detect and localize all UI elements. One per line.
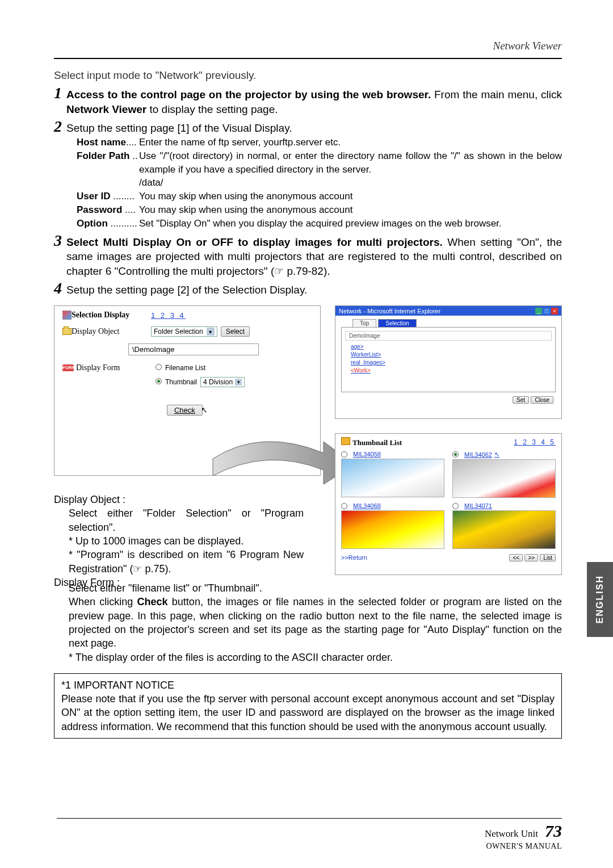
pass-desc: You may skip when using the anonymous ac… xyxy=(139,203,562,217)
thumb-radio[interactable] xyxy=(341,503,347,509)
notice-body: Please note that if you use the ftp serv… xyxy=(61,692,555,733)
list-button[interactable]: List xyxy=(540,554,556,561)
step-3-num: 3 xyxy=(54,233,66,249)
thumb-image xyxy=(452,459,556,498)
step-1: 1 Access to the control page on the proj… xyxy=(54,85,562,116)
thumb-radio[interactable] xyxy=(452,503,459,509)
after-figures-text: Select either "filename list" or "Thumbn… xyxy=(54,581,562,664)
display-form-label: Display Form xyxy=(76,363,156,372)
thumb-cell[interactable]: MIL34068 xyxy=(341,502,444,549)
filename-list-radio[interactable]: Filename List xyxy=(156,364,205,372)
thumb-image xyxy=(341,510,444,549)
thumbnail-radio[interactable]: Thumbnail xyxy=(156,378,197,386)
step-1-num: 1 xyxy=(54,85,66,101)
thumbnail-icon xyxy=(341,437,350,445)
set-button[interactable]: Set xyxy=(513,396,529,404)
thumb-cell[interactable]: MIL34071 xyxy=(452,502,556,549)
division-value: 4 Division xyxy=(203,378,233,386)
cursor-icon: ↖ xyxy=(494,451,499,458)
opt-label: Option xyxy=(77,218,108,229)
thumb-cell[interactable]: MIL34058 xyxy=(341,451,444,498)
step-1-bold2: Network Viewer xyxy=(66,103,146,115)
division-dropdown[interactable]: 4 Division ▾ xyxy=(200,377,245,387)
ascii-note: * The display order of the files is acco… xyxy=(69,651,562,664)
opt-dots: .......... xyxy=(108,218,137,229)
step-3-bold: Select Multi Display On or OFF to displa… xyxy=(66,236,443,248)
folder-desc: Use "/"(root directory) in normal, or en… xyxy=(139,149,562,177)
thumbnail-label: Thumbnail xyxy=(165,378,197,386)
window-titlebar: Network - Microsoft Internet Explorer _□… xyxy=(335,306,561,316)
tree-item[interactable]: WorkerList> xyxy=(351,351,552,359)
user-desc: You may skip when using the anonymous ac… xyxy=(139,190,562,203)
return-link[interactable]: >>Return xyxy=(341,554,367,561)
next-button[interactable]: >> xyxy=(524,554,538,561)
step-2: 2 Setup the setting page [1] of the Visu… xyxy=(54,119,562,230)
footer-manual: OWNER'S MANUAL xyxy=(485,842,562,851)
display-object-body: Select either "Folder Selection" or "Pro… xyxy=(69,506,304,534)
form-icon: FORM xyxy=(62,364,74,371)
pass-label: Password xyxy=(77,204,122,215)
folder-selection-dropdown[interactable]: Folder Selection ▾ xyxy=(151,326,217,337)
display-object-note1: * Up to 1000 images can be displayed. xyxy=(69,534,304,548)
tree-item[interactable]: age> xyxy=(351,343,552,351)
thumb-caption[interactable]: MIL34062 xyxy=(464,451,492,458)
tree-item-current[interactable]: <Work> xyxy=(351,367,552,375)
tab-selection[interactable]: Selection xyxy=(378,319,416,327)
folder-tree[interactable]: age> WorkerList> real_Images> <Work> xyxy=(351,343,552,375)
thumb-cell[interactable]: MIL34062↖ xyxy=(452,451,556,498)
step-3: 3 Select Multi Display On or OFF to disp… xyxy=(54,233,562,279)
thumb-caption[interactable]: MIL34068 xyxy=(353,502,381,509)
host-dots: .... xyxy=(126,137,137,148)
page-number: 73 xyxy=(545,821,562,840)
tab-top[interactable]: Top xyxy=(352,319,376,327)
thumb-caption[interactable]: MIL34071 xyxy=(464,502,492,509)
folder-dots: .. xyxy=(130,150,138,161)
tree-item[interactable]: real_Images> xyxy=(351,359,552,367)
intro-text: Select input mode to "Network" previousl… xyxy=(54,69,562,82)
display-object-note2: * "Program" is described on item "6 Prog… xyxy=(69,548,304,576)
page-links[interactable]: 1 2 3 4 xyxy=(151,311,186,320)
step-1-rest: From the main menu, click xyxy=(431,89,562,100)
window-title: Network - Microsoft Internet Explorer xyxy=(339,308,440,315)
folder-label: Folder Path xyxy=(77,150,130,161)
browser-path: DemoImage xyxy=(345,331,552,341)
pass-dots: .... xyxy=(122,204,136,215)
opt-desc: Set "Display On" when you display the ac… xyxy=(139,217,562,230)
user-label: User ID xyxy=(77,191,111,202)
display-object-label: Display Object xyxy=(72,327,151,336)
folder-icon xyxy=(62,328,72,335)
browser-window: Network - Microsoft Internet Explorer _□… xyxy=(335,305,562,419)
step-1-bold: Access to the control page on the projec… xyxy=(66,89,431,100)
step-1-text: Access to the control page on the projec… xyxy=(66,87,562,116)
thumb-page-links[interactable]: 1 2 3 4 5 xyxy=(514,438,556,446)
close-button[interactable]: Close xyxy=(531,396,553,404)
language-tab: ENGLISH xyxy=(587,562,613,637)
notice-heading: *1 IMPORTANT NOTICE xyxy=(61,678,555,692)
prev-button[interactable]: << xyxy=(509,554,523,561)
step-4-num: 4 xyxy=(54,280,66,296)
check-button[interactable]: Check xyxy=(167,405,203,416)
thumbnail-list-title: Thumbnail List xyxy=(341,437,402,447)
cursor-icon: ↖ xyxy=(201,405,208,414)
thumb-radio[interactable] xyxy=(452,451,459,458)
chevron-down-icon: ▾ xyxy=(235,379,242,385)
step-3-text: Select Multi Display On or OFF to displa… xyxy=(66,235,562,279)
language-label: ENGLISH xyxy=(595,575,605,623)
thumb-radio[interactable] xyxy=(341,451,347,458)
path-field[interactable]: \DemoImage xyxy=(128,343,259,355)
thumb-image xyxy=(452,510,556,549)
selection-display-panel: Selection Display 1 2 3 4 Display Object… xyxy=(54,305,321,476)
step-4-text: Setup the setting page [2] of the Select… xyxy=(66,283,562,297)
host-label: Host name xyxy=(77,137,126,148)
folder-extra: /data/ xyxy=(139,176,562,190)
figures-area: Selection Display 1 2 3 4 Display Object… xyxy=(54,305,562,578)
window-buttons[interactable]: _□× xyxy=(534,307,558,315)
thumb-caption[interactable]: MIL34058 xyxy=(353,451,381,458)
selection-icon xyxy=(62,311,72,320)
step-2-text: Setup the setting page [1] of the Visual… xyxy=(66,121,562,136)
select-button[interactable]: Select xyxy=(221,326,250,337)
top-rule xyxy=(54,58,562,59)
step-2-num: 2 xyxy=(54,119,66,135)
check-paragraph: When clicking Check button, the images o… xyxy=(69,595,562,650)
thumb-image xyxy=(341,459,444,497)
